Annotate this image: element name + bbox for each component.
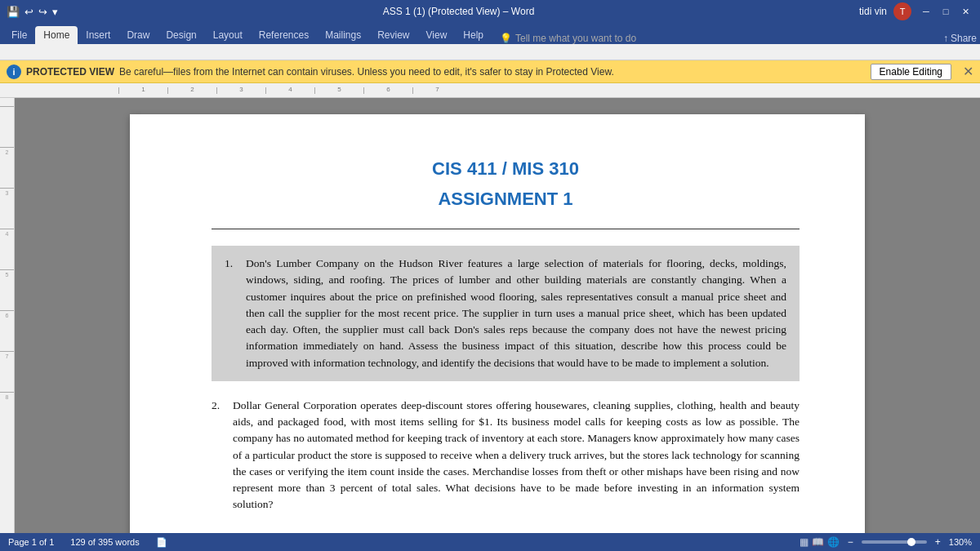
tab-draw[interactable]: Draw [118,26,158,44]
tab-view[interactable]: View [418,26,456,44]
title-bar-right: tidi vin T ─ □ ✕ [859,2,973,20]
status-bar-right: ▦ 📖 🌐 − + 130% [800,536,972,548]
zoom-plus-icon[interactable]: + [935,536,941,548]
tell-me-section[interactable]: 💡 Tell me what you want to do [500,33,636,44]
share-label: Share [951,33,977,44]
window-title: ASS 1 (1) (Protected View) – Word [58,6,859,17]
question-2-block: 2. Dollar General Corporation operates d… [212,398,800,513]
tab-mailings[interactable]: Mailings [317,26,369,44]
question-1-text: Don's Lumber Company on the Hudson River… [246,256,786,371]
tab-insert[interactable]: Insert [78,26,118,44]
user-avatar: T [893,2,911,20]
ruler-mark-3: 3 [216,87,265,94]
v-ruler-mark-4: 4 [0,229,14,269]
username: tidi vin [859,6,887,17]
ribbon-tabs: File Home Insert Draw Design Layout Refe… [0,23,980,44]
ruler-mark-2: 2 [167,87,216,94]
customize-icon[interactable]: ▾ [52,6,58,18]
maximize-button[interactable]: □ [938,3,954,20]
ruler-mark-6: 6 [363,87,412,94]
protected-bar-close-button[interactable]: ✕ [963,64,973,79]
question-2-text: Dollar General Corporation operates deep… [233,398,800,513]
tab-file[interactable]: File [3,26,35,44]
v-ruler-mark-1 [0,106,14,147]
share-section[interactable]: ↑ Share [943,33,977,44]
ribbon-content [0,44,980,60]
title-bar-left: 💾 ↩ ↪ ▾ [7,6,58,18]
tell-me-text: Tell me what you want to do [515,33,636,44]
protected-view-badge: PROTECTED VIEW [26,66,114,78]
redo-icon[interactable]: ↪ [38,6,47,18]
tab-help[interactable]: Help [455,26,492,44]
zoom-level: 130% [949,537,972,547]
protected-view-bar: i PROTECTED VIEW Be careful—files from t… [0,60,980,83]
web-layout-icon[interactable]: 🌐 [827,536,840,548]
zoom-slider[interactable] [862,540,927,544]
question-1-number: 1. [225,256,243,272]
word-count: 129 of 395 words [70,537,139,547]
document-area[interactable]: CIS 411 / MIS 310 ASSIGNMENT 1 1. Don's … [15,98,980,533]
v-ruler-mark-2: 2 [0,147,14,188]
language-icon: 📄 [156,537,167,548]
document-title-line2: ASSIGNMENT 1 [212,185,800,212]
read-mode-icon[interactable]: 📖 [812,536,824,548]
page-info: Page 1 of 1 [8,537,54,547]
window-controls: ─ □ ✕ [918,3,973,20]
question-2-number: 2. [212,398,229,414]
title-text: ASS 1 (1) (Protected View) – Word [383,6,535,17]
enable-editing-button[interactable]: Enable Editing [871,64,951,80]
undo-icon[interactable]: ↩ [24,6,33,18]
zoom-thumb [907,538,915,546]
title-bar: 💾 ↩ ↪ ▾ ASS 1 (1) (Protected View) – Wor… [0,0,980,23]
v-ruler-mark-5: 5 [0,269,14,310]
tab-layout[interactable]: Layout [205,26,251,44]
tab-home[interactable]: Home [35,26,78,44]
document-title-line1: CIS 411 / MIS 310 [212,155,800,182]
ribbon-placeholder [7,47,9,57]
zoom-minus-icon[interactable]: − [848,536,853,548]
status-bar: Page 1 of 1 129 of 395 words 📄 ▦ 📖 🌐 − +… [0,533,980,551]
title-divider [212,229,800,229]
lightbulb-icon: 💡 [500,33,512,44]
ruler-mark-1: 1 [118,87,167,94]
ruler-mark-7: 7 [412,87,461,94]
protected-view-message: Be careful—files from the Internet can c… [119,66,614,78]
view-icons: ▦ 📖 🌐 [800,536,840,548]
minimize-button[interactable]: ─ [918,3,934,20]
tab-references[interactable]: References [251,26,317,44]
v-ruler-mark-8: 8 [0,392,14,433]
share-icon: ↑ [943,33,948,44]
ruler-mark-4: 4 [265,87,314,94]
ruler-mark-5: 5 [314,87,363,94]
main-area: 2 3 4 5 6 7 8 CIS 411 / MIS 310 ASSIGNME… [0,98,980,533]
vertical-ruler: 2 3 4 5 6 7 8 [0,98,15,533]
v-ruler-mark-6: 6 [0,310,14,351]
print-layout-icon[interactable]: ▦ [800,536,808,548]
tab-design[interactable]: Design [158,26,204,44]
ruler: 1 2 3 4 5 6 7 [0,83,980,98]
tab-review[interactable]: Review [369,26,417,44]
close-button[interactable]: ✕ [957,3,973,20]
info-icon: i [7,64,21,79]
question-1-block: 1. Don's Lumber Company on the Hudson Ri… [212,246,800,381]
word-logo-icon: 💾 [7,6,20,18]
v-ruler-mark-3: 3 [0,188,14,229]
document-page: CIS 411 / MIS 310 ASSIGNMENT 1 1. Don's … [130,114,865,533]
v-ruler-mark-7: 7 [0,351,14,392]
